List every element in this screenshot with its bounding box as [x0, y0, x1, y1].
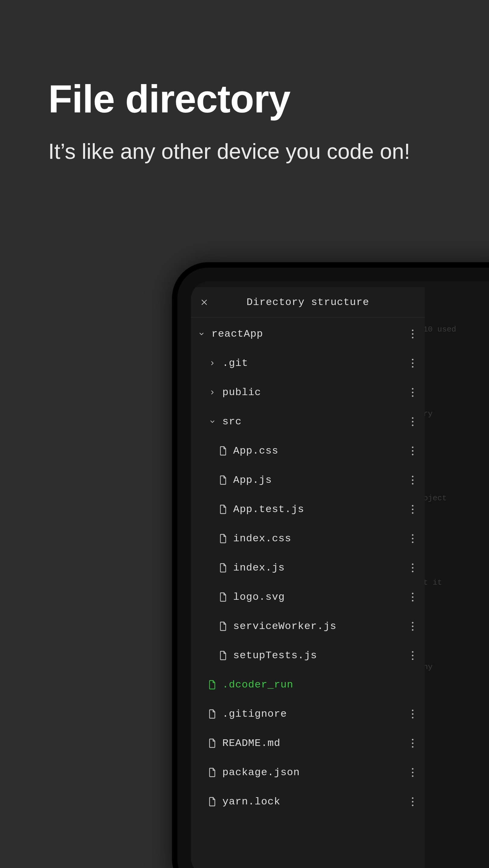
- file-row-readme-md[interactable]: README.md: [191, 728, 425, 758]
- more-vertical-icon[interactable]: [407, 325, 419, 343]
- svg-point-36: [412, 710, 413, 711]
- svg-point-13: [412, 450, 413, 452]
- background-code-snippets: 10 used ry oject t it ny: [423, 308, 456, 688]
- folder-row-public[interactable]: public: [191, 378, 425, 407]
- svg-point-17: [412, 483, 413, 484]
- page-subtitle: It’s like any other device you code on!: [48, 138, 441, 165]
- file-icon: [218, 446, 228, 456]
- svg-point-45: [412, 797, 413, 799]
- tree-item-label: App.test.js: [233, 504, 407, 515]
- svg-point-23: [412, 541, 413, 543]
- more-vertical-icon[interactable]: [407, 793, 419, 811]
- folder-row-reactapp[interactable]: reactApp: [191, 319, 425, 348]
- page-title: File directory: [48, 79, 441, 120]
- more-vertical-icon[interactable]: [407, 383, 419, 401]
- file-icon: [218, 621, 228, 631]
- tree-item-label: .gitignore: [222, 708, 407, 720]
- more-vertical-icon[interactable]: [407, 354, 419, 372]
- tree-item-label: index.js: [233, 562, 407, 574]
- tree-item-label: .git: [222, 358, 407, 369]
- more-vertical-icon[interactable]: [407, 647, 419, 664]
- file-row-app-js[interactable]: App.js: [191, 465, 425, 495]
- tree-item-label: index.css: [233, 533, 407, 544]
- svg-point-43: [412, 772, 413, 773]
- svg-point-39: [412, 739, 413, 740]
- tree-item-label: logo.svg: [233, 591, 407, 603]
- svg-point-22: [412, 538, 413, 539]
- more-vertical-icon[interactable]: [407, 764, 419, 781]
- svg-point-2: [412, 337, 413, 338]
- file-row-app-css[interactable]: App.css: [191, 436, 425, 465]
- chevron-down-icon[interactable]: [196, 331, 207, 337]
- file-row-package-json[interactable]: package.json: [191, 758, 425, 787]
- more-vertical-icon[interactable]: [407, 442, 419, 460]
- svg-point-3: [412, 359, 413, 360]
- tree-item-label: package.json: [222, 767, 407, 778]
- file-icon: [218, 563, 228, 573]
- file-row--gitignore[interactable]: .gitignore: [191, 699, 425, 728]
- svg-point-46: [412, 801, 413, 802]
- tree-item-label: App.js: [233, 474, 407, 486]
- svg-point-12: [412, 446, 413, 448]
- file-row-index-js[interactable]: index.js: [191, 553, 425, 582]
- file-icon: [218, 650, 228, 661]
- file-row-setuptests-js[interactable]: setupTests.js: [191, 641, 425, 670]
- svg-point-0: [412, 330, 413, 331]
- svg-point-28: [412, 596, 413, 598]
- svg-point-21: [412, 534, 413, 535]
- svg-point-42: [412, 768, 413, 770]
- svg-point-20: [412, 512, 413, 514]
- close-icon[interactable]: [198, 296, 210, 308]
- svg-point-34: [412, 655, 413, 656]
- more-vertical-icon[interactable]: [407, 412, 419, 431]
- svg-point-7: [412, 392, 413, 393]
- tree-item-label: App.css: [233, 445, 407, 457]
- tree-item-label: reactApp: [211, 328, 407, 340]
- panel-header: Directory structure: [191, 287, 425, 317]
- file-row-serviceworker-js[interactable]: serviceWorker.js: [191, 612, 425, 641]
- svg-point-44: [412, 775, 413, 777]
- chevron-down-icon[interactable]: [207, 418, 218, 425]
- svg-point-38: [412, 717, 413, 718]
- device-screen: 10 used ry oject t it ny Directory struc…: [191, 281, 489, 868]
- file-row-yarn-lock[interactable]: yarn.lock: [191, 787, 425, 816]
- svg-point-5: [412, 366, 413, 367]
- panel-title: Directory structure: [221, 297, 395, 308]
- svg-point-30: [412, 622, 413, 623]
- svg-point-6: [412, 388, 413, 390]
- more-vertical-icon[interactable]: [407, 530, 419, 548]
- svg-point-18: [412, 505, 413, 506]
- more-vertical-icon[interactable]: [407, 588, 419, 606]
- more-vertical-icon[interactable]: [407, 559, 419, 577]
- folder-row-src[interactable]: src: [191, 407, 425, 436]
- more-vertical-icon[interactable]: [407, 617, 419, 635]
- chevron-right-icon[interactable]: [207, 389, 218, 396]
- svg-point-35: [412, 658, 413, 660]
- directory-tree: reactApp.gitpublicsrcApp.cssApp.jsApp.te…: [191, 317, 425, 868]
- more-vertical-icon[interactable]: [407, 734, 419, 752]
- more-vertical-icon[interactable]: [407, 705, 419, 723]
- chevron-right-icon[interactable]: [207, 360, 218, 367]
- tree-item-label: serviceWorker.js: [233, 621, 407, 632]
- tree-item-label: .dcoder_run: [222, 679, 419, 690]
- svg-point-16: [412, 479, 413, 481]
- file-icon: [207, 738, 218, 748]
- file-row-index-css[interactable]: index.css: [191, 524, 425, 553]
- file-row-app-test-js[interactable]: App.test.js: [191, 495, 425, 524]
- directory-panel: Directory structure reactApp.gitpublicsr…: [191, 287, 425, 868]
- tree-item-label: README.md: [222, 738, 407, 749]
- svg-point-15: [412, 475, 413, 477]
- file-icon: [207, 767, 218, 778]
- file-row--dcoder-run[interactable]: .dcoder_run: [191, 670, 425, 699]
- svg-point-10: [412, 421, 413, 422]
- file-icon: [207, 797, 218, 807]
- more-vertical-icon[interactable]: [407, 500, 419, 518]
- folder-row--git[interactable]: .git: [191, 348, 425, 378]
- svg-point-41: [412, 746, 413, 747]
- more-vertical-icon[interactable]: [407, 471, 419, 489]
- svg-point-24: [412, 563, 413, 565]
- tree-item-label: yarn.lock: [222, 796, 407, 807]
- file-row-logo-svg[interactable]: logo.svg: [191, 582, 425, 612]
- svg-point-31: [412, 625, 413, 627]
- tree-item-label: setupTests.js: [233, 650, 407, 661]
